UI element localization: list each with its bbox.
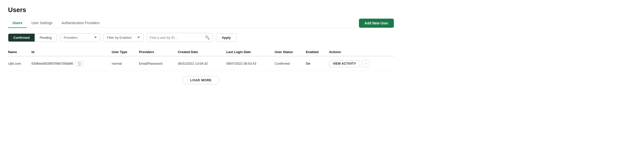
confirmed-toggle-button[interactable]: Confirmed: [8, 34, 35, 42]
search-icon: 🔍: [205, 35, 210, 40]
cell-id: 630fbed08395f78967058d80 📋: [31, 56, 112, 71]
user-id-text: 630fbed08395f78967058d80: [31, 62, 73, 65]
load-more-row: LOAD MORE: [8, 71, 394, 87]
search-input[interactable]: [147, 34, 202, 42]
table-row: c@t.com 630fbed08395f78967058d80 📋 norma…: [8, 56, 394, 71]
col-created-date: Created Date: [178, 48, 226, 56]
table-header-row: Name Id User Type Providers Created Date…: [8, 48, 394, 56]
cell-actions: VIEW ACTIVITY ···: [329, 56, 394, 71]
tab-users[interactable]: Users: [8, 18, 27, 28]
add-new-user-button[interactable]: Add New User: [359, 19, 394, 28]
users-table: Name Id User Type Providers Created Date…: [8, 48, 394, 71]
cell-user-status: Confirmed: [275, 56, 306, 71]
col-id: Id: [31, 48, 112, 56]
cell-name: c@t.com: [8, 56, 31, 71]
col-user-status: User Status: [275, 48, 306, 56]
confirmed-pending-toggle: Confirmed Pending: [8, 33, 57, 42]
col-enabled: Enabled: [306, 48, 329, 56]
tabs-row: Users User Settings Authentication Provi…: [8, 18, 394, 28]
apply-button[interactable]: Apply: [216, 33, 237, 42]
col-actions: Actions: [329, 48, 394, 56]
col-user-type: User Type: [112, 48, 139, 56]
providers-dropdown[interactable]: Providers Email/Password Google GitHub: [60, 33, 100, 42]
load-more-button[interactable]: LOAD MORE: [182, 76, 219, 84]
filter-by-enabled-dropdown[interactable]: Filter by Enabled Enabled Disabled: [103, 33, 143, 42]
cell-user-type: normal: [112, 56, 139, 71]
pending-toggle-button[interactable]: Pending: [35, 34, 57, 42]
col-last-login-date: Last Login Date: [226, 48, 275, 56]
copy-icon: 📋: [77, 62, 81, 65]
page-title: Users: [8, 6, 394, 14]
view-activity-button[interactable]: VIEW ACTIVITY: [329, 60, 360, 67]
tab-user-settings[interactable]: User Settings: [27, 18, 57, 28]
col-name: Name: [8, 48, 31, 56]
cell-created-date: 08/31/2022 13:04:32: [178, 56, 226, 71]
col-providers: Providers: [139, 48, 178, 56]
cell-enabled: On: [306, 56, 329, 71]
search-wrapper: 🔍: [146, 33, 213, 42]
search-icon-button[interactable]: 🔍: [202, 33, 213, 42]
cell-providers: Email/Password: [139, 56, 178, 71]
tab-auth-providers[interactable]: Authentication Providers: [57, 18, 104, 28]
copy-id-button[interactable]: 📋: [75, 61, 83, 66]
filters-row: Confirmed Pending Providers Email/Passwo…: [8, 33, 394, 42]
tabs-container: Users User Settings Authentication Provi…: [8, 18, 104, 28]
more-actions-button[interactable]: ···: [362, 60, 370, 67]
cell-last-login-date: 09/07/2022 08:53:43: [226, 56, 275, 71]
